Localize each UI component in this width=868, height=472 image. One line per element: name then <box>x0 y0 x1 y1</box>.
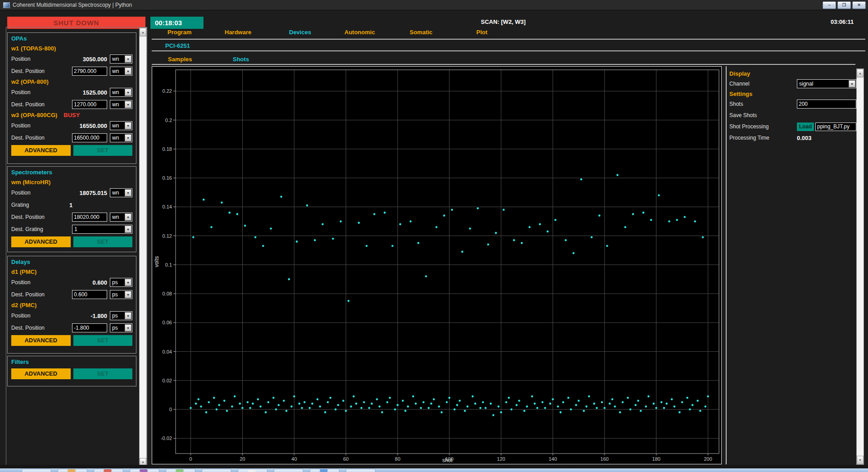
processing-time-value: 0.003 <box>797 135 812 141</box>
settings-label: Shots <box>729 101 797 107</box>
w3-opa-800cg-dest-position-input[interactable] <box>72 133 107 142</box>
system-clock: 03:06:11 <box>831 18 854 25</box>
taskbar-app-button[interactable] <box>202 469 231 472</box>
tab-somatic[interactable]: Somatic <box>410 29 433 36</box>
dropdown-arrow-icon[interactable]: ▼ <box>849 80 855 87</box>
tab-autonomic[interactable]: Autonomic <box>344 29 375 36</box>
field-row: Position18075.015wn▼ <box>11 188 132 198</box>
dropdown-arrow-icon[interactable]: ▼ <box>125 122 131 129</box>
dropdown-arrow-icon[interactable]: ▼ <box>125 213 131 221</box>
advanced-button[interactable]: ADVANCED <box>11 145 71 156</box>
tab-hardware[interactable]: Hardware <box>225 29 251 36</box>
set-button[interactable]: SET <box>73 368 133 379</box>
channel-select[interactable]: signal▼ <box>797 79 856 88</box>
dropdown-arrow-icon[interactable]: ▼ <box>125 101 131 108</box>
set-button[interactable]: SET <box>73 145 133 156</box>
w2-opa-800-dest-position-units-select[interactable]: wn▼ <box>110 100 132 109</box>
w2-opa-800-dest-position-input[interactable] <box>72 100 107 109</box>
set-button[interactable]: SET <box>73 335 133 346</box>
settings-label: Save Shots <box>729 112 797 118</box>
dropdown-arrow-icon[interactable]: ▼ <box>125 279 131 286</box>
tab-plot[interactable]: Plot <box>476 29 488 36</box>
d2-pmc-position-units-select[interactable]: ps▼ <box>110 311 132 320</box>
settings-scrollbar[interactable]: ▲ ▼ <box>856 68 864 465</box>
svg-text:140: 140 <box>549 456 557 462</box>
svg-text:0.06: 0.06 <box>163 320 172 325</box>
wm-microhr-dest-position-units-select[interactable]: wn▼ <box>110 213 132 222</box>
svg-text:0.1: 0.1 <box>165 262 172 268</box>
sidebar-scrollbar[interactable]: ▲ ▼ <box>139 27 147 467</box>
w3-opa-800cg-position-units-select-value: wn <box>110 123 125 129</box>
svg-text:0: 0 <box>190 456 192 462</box>
shots-input[interactable] <box>797 100 856 109</box>
scroll-up-icon[interactable]: ▲ <box>857 69 863 77</box>
minimize-button-icon[interactable]: – <box>823 1 836 9</box>
close-button-icon[interactable]: ✕ <box>852 1 866 9</box>
w1-topas-800-position-units-select[interactable]: wn▼ <box>110 54 132 64</box>
taskbar-app-button[interactable] <box>22 469 51 472</box>
panel-header-settings: Settings <box>729 91 856 99</box>
w2-opa-800-position-units-select[interactable]: wn▼ <box>110 88 132 97</box>
wm-microhr-position-units-select[interactable]: wn▼ <box>110 188 132 197</box>
field-label: Dest. Position <box>11 291 72 298</box>
field-row: Position16550.000wn▼ <box>11 121 132 131</box>
tab-shots[interactable]: Shots <box>233 56 249 63</box>
field-row: Dest. Positionps▼ <box>11 290 132 300</box>
svg-text:0.12: 0.12 <box>163 233 172 239</box>
d2-pmc-dest-position-units-select[interactable]: ps▼ <box>110 323 132 332</box>
set-button[interactable]: SET <box>73 236 133 247</box>
w3-opa-800cg-position-units-select[interactable]: wn▼ <box>110 121 132 130</box>
restore-button-icon[interactable]: ❐ <box>837 1 851 9</box>
tab-pci-6251[interactable]: PCI-6251 <box>165 42 190 49</box>
windows-taskbar[interactable] <box>0 468 868 472</box>
sub-tab-bar: SamplesShots <box>152 56 865 65</box>
d1-pmc-position-units-select[interactable]: ps▼ <box>110 278 132 287</box>
section-buttons: ADVANCEDSET <box>11 145 132 156</box>
dropdown-arrow-icon[interactable]: ▼ <box>125 226 131 233</box>
d2-pmc-dest-position-input[interactable] <box>72 323 107 332</box>
section-title: Spectrometers <box>11 169 132 177</box>
w1-topas-800-dest-position-input[interactable] <box>72 67 107 76</box>
w3-opa-800cg-dest-position-units-select[interactable]: wn▼ <box>110 133 132 142</box>
load-button[interactable]: Load <box>797 123 814 131</box>
channel-select-value: signal <box>797 81 849 87</box>
advanced-button[interactable]: ADVANCED <box>11 236 71 247</box>
dropdown-arrow-icon[interactable]: ▼ <box>125 55 131 63</box>
scroll-down-icon[interactable]: ▼ <box>857 456 863 464</box>
taskbar-app-button[interactable] <box>346 469 375 472</box>
wm-microhr-dest-grating-select[interactable]: 1▼ <box>72 225 132 234</box>
status-badge: BUSY <box>63 112 80 118</box>
d2-pmc-dest-position-units-select-value: ps <box>110 325 125 331</box>
wm-microhr-dest-position-input[interactable] <box>72 213 107 222</box>
d1-pmc-dest-position-input[interactable] <box>72 290 107 299</box>
tab-samples[interactable]: Samples <box>168 56 192 63</box>
svg-text:volts: volts <box>154 256 160 268</box>
dropdown-arrow-icon[interactable]: ▼ <box>125 324 131 331</box>
scroll-up-icon[interactable]: ▲ <box>140 28 146 36</box>
svg-text:0.02: 0.02 <box>163 378 172 383</box>
dropdown-arrow-icon[interactable]: ▼ <box>125 291 131 298</box>
dropdown-arrow-icon[interactable]: ▼ <box>125 312 131 319</box>
field-label: Position <box>11 279 72 286</box>
settings-row: Shot ProcessingLoadpping_BJT.py <box>729 122 856 131</box>
field-row: Dest. Positionwn▼ <box>11 66 132 76</box>
d1-pmc-dest-position-units-select[interactable]: ps▼ <box>110 290 132 299</box>
tab-devices[interactable]: Devices <box>289 29 311 36</box>
advanced-button[interactable]: ADVANCED <box>11 335 71 346</box>
advanced-button[interactable]: ADVANCED <box>11 368 71 379</box>
chart-canvas: 020406080100120140160180200-0.0200.020.0… <box>152 67 721 464</box>
taskbar-app-button[interactable] <box>274 469 303 472</box>
position-value: 16550.000 <box>72 123 107 129</box>
window-controls: – ❐ ✕ <box>823 1 866 9</box>
hardware-name: d1 (PMC) <box>11 268 132 276</box>
w1-topas-800-dest-position-units-select[interactable]: wn▼ <box>110 67 132 76</box>
field-row: Dest. Positionwn▼ <box>11 133 132 143</box>
dropdown-arrow-icon[interactable]: ▼ <box>125 68 131 75</box>
dropdown-arrow-icon[interactable]: ▼ <box>125 189 131 196</box>
dropdown-arrow-icon[interactable]: ▼ <box>125 134 131 141</box>
hardware-name: wm (MicroHR) <box>11 179 132 186</box>
field-label: Position <box>11 313 72 319</box>
dropdown-arrow-icon[interactable]: ▼ <box>125 89 131 96</box>
hardware-name: w1 (TOPAS-800) <box>11 45 132 53</box>
tab-program[interactable]: Program <box>167 29 191 36</box>
